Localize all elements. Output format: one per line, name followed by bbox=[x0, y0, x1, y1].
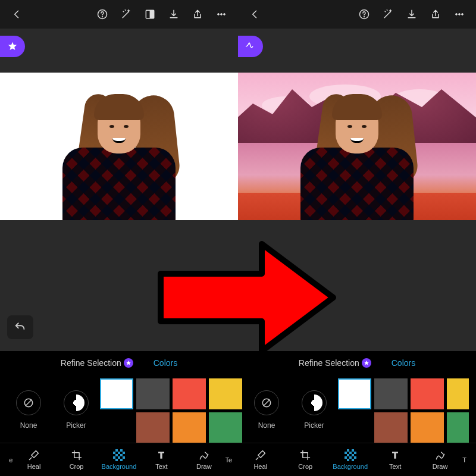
svg-point-4 bbox=[218, 14, 220, 15]
color-swatch[interactable] bbox=[411, 378, 444, 409]
color-swatch[interactable] bbox=[100, 378, 133, 409]
magic-wand-icon[interactable] bbox=[377, 4, 399, 25]
none-label: None bbox=[258, 421, 275, 430]
picker-option[interactable]: Picker bbox=[290, 375, 338, 445]
color-swatch[interactable] bbox=[338, 378, 371, 409]
background-tool[interactable]: Background bbox=[98, 443, 140, 476]
refine-selection-label: Refine Selection bbox=[299, 358, 359, 368]
more-icon[interactable] bbox=[211, 4, 232, 25]
color-swatch[interactable] bbox=[209, 412, 242, 443]
picker-icon bbox=[302, 390, 327, 415]
svg-point-1 bbox=[102, 16, 103, 17]
crop-tool[interactable]: Crop bbox=[55, 443, 98, 476]
colors-label: Colors bbox=[154, 358, 177, 368]
colors-tab[interactable]: Colors bbox=[154, 358, 177, 368]
color-swatch[interactable] bbox=[374, 412, 408, 443]
color-swatch-grid bbox=[338, 375, 469, 445]
none-label: None bbox=[20, 421, 37, 430]
none-option[interactable]: None bbox=[5, 375, 52, 445]
svg-point-10 bbox=[459, 14, 461, 15]
canvas-right[interactable] bbox=[238, 73, 476, 220]
tool-fragment: e bbox=[0, 443, 12, 476]
none-option[interactable]: None bbox=[243, 375, 290, 445]
refine-selection-tab[interactable]: Refine Selection bbox=[61, 358, 133, 368]
back-icon[interactable] bbox=[244, 4, 265, 25]
picker-label: Picker bbox=[304, 421, 324, 430]
magic-wand-icon[interactable] bbox=[115, 4, 137, 25]
undo-button[interactable] bbox=[7, 315, 33, 339]
heal-tool[interactable]: Heal bbox=[238, 443, 283, 476]
colors-tab[interactable]: Colors bbox=[392, 358, 415, 368]
color-swatch[interactable] bbox=[447, 412, 469, 443]
tool-bar: Heal Crop Background Text Draw T bbox=[238, 443, 476, 476]
tool-bar: e Heal Crop Background Text Draw bbox=[0, 443, 238, 476]
help-icon[interactable] bbox=[353, 4, 375, 25]
more-icon[interactable] bbox=[449, 4, 470, 25]
share-icon[interactable] bbox=[187, 4, 208, 25]
color-swatch[interactable] bbox=[209, 378, 242, 409]
help-icon[interactable] bbox=[92, 4, 113, 25]
svg-point-11 bbox=[462, 14, 464, 15]
top-toolbar-left bbox=[0, 0, 238, 29]
none-icon bbox=[254, 390, 279, 415]
color-swatch[interactable] bbox=[173, 412, 206, 443]
color-swatch-grid bbox=[100, 375, 242, 445]
background-icon bbox=[345, 449, 356, 461]
premium-star-icon bbox=[362, 358, 371, 368]
transition-arrow-icon bbox=[149, 238, 339, 357]
color-swatch[interactable] bbox=[338, 412, 371, 443]
svg-point-9 bbox=[456, 14, 458, 15]
color-swatch[interactable] bbox=[136, 378, 170, 409]
download-icon[interactable] bbox=[163, 4, 184, 25]
picker-option[interactable]: Picker bbox=[52, 375, 100, 445]
color-swatch[interactable] bbox=[374, 378, 408, 409]
picker-label: Picker bbox=[66, 421, 86, 430]
svg-point-8 bbox=[364, 16, 365, 17]
svg-point-5 bbox=[221, 14, 223, 15]
draw-tool[interactable]: Draw bbox=[418, 443, 462, 476]
color-swatch[interactable] bbox=[411, 412, 444, 443]
share-icon[interactable] bbox=[425, 4, 446, 25]
premium-star-tab[interactable] bbox=[238, 36, 263, 57]
heal-tool[interactable]: Heal bbox=[12, 443, 55, 476]
refine-selection-tab[interactable]: Refine Selection bbox=[299, 358, 371, 368]
svg-point-6 bbox=[224, 14, 226, 15]
canvas-left[interactable] bbox=[0, 73, 238, 220]
back-icon[interactable] bbox=[6, 4, 27, 25]
crop-tool[interactable]: Crop bbox=[283, 443, 327, 476]
background-icon bbox=[113, 449, 125, 461]
download-icon[interactable] bbox=[401, 4, 422, 25]
color-swatch[interactable] bbox=[173, 378, 206, 409]
top-toolbar-right bbox=[238, 0, 476, 29]
tool-fragment: T bbox=[462, 443, 476, 476]
text-tool[interactable]: Text bbox=[372, 443, 417, 476]
tool-fragment: Te bbox=[226, 443, 238, 476]
premium-star-icon bbox=[124, 358, 133, 368]
compare-icon[interactable] bbox=[139, 4, 161, 25]
none-icon bbox=[16, 390, 41, 415]
draw-tool[interactable]: Draw bbox=[183, 443, 225, 476]
color-swatch[interactable] bbox=[136, 412, 170, 443]
color-swatch[interactable] bbox=[447, 378, 469, 409]
colors-label: Colors bbox=[392, 358, 415, 368]
svg-rect-3 bbox=[150, 10, 154, 18]
picker-icon bbox=[64, 390, 89, 415]
text-tool[interactable]: Text bbox=[140, 443, 183, 476]
premium-star-tab[interactable] bbox=[0, 36, 25, 57]
refine-selection-label: Refine Selection bbox=[61, 358, 121, 368]
color-swatch[interactable] bbox=[100, 412, 133, 443]
background-tool[interactable]: Background bbox=[328, 443, 372, 476]
